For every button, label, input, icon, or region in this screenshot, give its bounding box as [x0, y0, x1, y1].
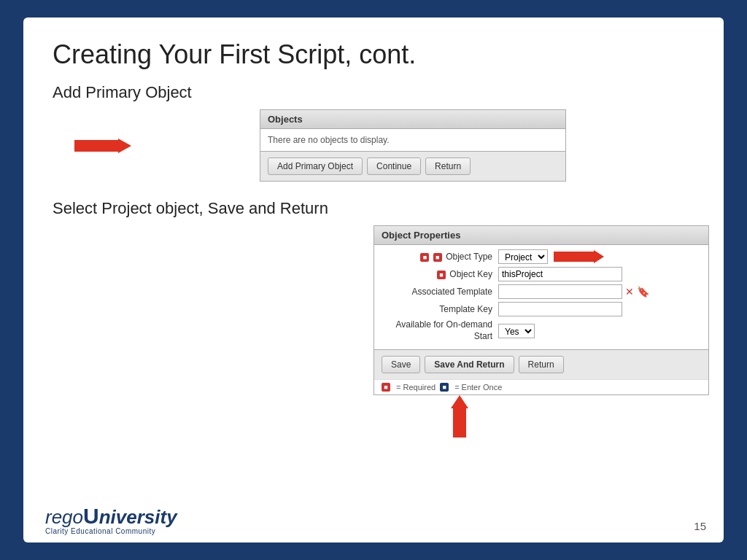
arrow-up-wrapper — [374, 395, 709, 438]
arrow-to-add-button — [74, 139, 137, 153]
add-primary-object-button[interactable]: Add Primary Object — [268, 158, 363, 175]
save-and-return-button[interactable]: Save And Return — [425, 356, 514, 373]
object-type-label: ■ ■ Object Type — [382, 252, 498, 262]
legend-required-text: = Required — [396, 383, 436, 392]
return-button-1[interactable]: Return — [425, 158, 471, 175]
obj-props-wrapper: Object Properties ■ ■ Object Type Projec… — [213, 225, 549, 438]
object-key-input[interactable] — [498, 267, 622, 281]
logo-niversity: niversity — [99, 506, 177, 528]
logo-rego: rego — [45, 506, 83, 528]
arrow-body-2 — [554, 252, 594, 262]
available-select[interactable]: Yes No — [498, 324, 535, 338]
template-key-value — [498, 302, 622, 316]
section2-label: Select Project object, Save and Return — [53, 199, 694, 218]
objects-panel-footer: Add Primary Object Continue Return — [260, 151, 565, 181]
obj-props-panel: Object Properties ■ ■ Object Type Projec… — [374, 225, 709, 395]
template-key-input[interactable] — [498, 302, 622, 316]
available-value: Yes No — [498, 324, 535, 338]
logo-subtitle: Clarity Educational Community — [45, 527, 155, 535]
objects-empty-text: There are no objects to display. — [268, 135, 390, 145]
slide-number: 15 — [694, 520, 706, 532]
object-type-value: Project — [498, 249, 610, 264]
assoc-template-row: Associated Template ✕ 🔖 — [382, 284, 701, 299]
section1: Add Primary Object Objects There are no … — [53, 83, 694, 182]
bookmark-icon[interactable]: 🔖 — [637, 286, 649, 298]
legend-required-icon: ■ — [382, 383, 390, 392]
legend-enter-once-text: = Enter Once — [454, 383, 502, 392]
arrow-head — [118, 139, 131, 153]
return-button-2[interactable]: Return — [519, 356, 564, 373]
assoc-template-value: ✕ 🔖 — [498, 284, 649, 299]
required-icon-3: ■ — [437, 271, 446, 279]
objects-panel-wrapper: Objects There are no objects to display.… — [74, 109, 694, 182]
obj-props-footer: Save Save And Return Return — [374, 349, 708, 379]
section2: Select Project object, Save and Return O… — [53, 199, 694, 438]
slide-title: Creating Your First Script, cont. — [53, 39, 694, 70]
red-arrow-to-dropdown — [554, 250, 604, 263]
logo-u: U — [83, 504, 99, 528]
object-type-select[interactable]: Project — [498, 249, 548, 264]
available-row: Available for On-demand Start Yes No — [382, 319, 701, 342]
assoc-template-input[interactable] — [498, 284, 622, 299]
red-arrow-up — [454, 395, 465, 438]
object-key-row: ■ Object Key — [382, 267, 701, 281]
object-key-label: ■ Object Key — [382, 269, 498, 279]
clear-icon[interactable]: ✕ — [625, 286, 634, 298]
obj-props-legend: ■ = Required ■ = Enter Once — [374, 379, 708, 394]
required-icon-1: ■ — [420, 253, 429, 262]
arrow-body — [74, 140, 118, 152]
objects-panel-body: There are no objects to display. — [260, 129, 565, 151]
template-key-label: Template Key — [382, 304, 498, 314]
arrow-up-head — [451, 395, 468, 408]
objects-panel-header: Objects — [260, 110, 565, 129]
slide: Creating Your First Script, cont. Add Pr… — [23, 18, 724, 542]
section1-label: Add Primary Object — [53, 83, 694, 102]
obj-props-body: ■ ■ Object Type Project — [374, 245, 708, 349]
assoc-template-label: Associated Template — [382, 287, 498, 297]
objects-panel: Objects There are no objects to display.… — [260, 109, 566, 182]
red-arrow-left — [74, 139, 131, 153]
arrow-head-2 — [594, 250, 604, 263]
object-key-value — [498, 267, 622, 281]
arrow-up-body — [453, 408, 466, 438]
available-label: Available for On-demand Start — [382, 319, 498, 342]
required-icon-2: ■ — [433, 253, 442, 262]
template-key-row: Template Key — [382, 302, 701, 316]
logo-text: regoUniversity — [45, 505, 177, 527]
object-type-row: ■ ■ Object Type Project — [382, 249, 701, 264]
logo-area: regoUniversity Clarity Educational Commu… — [45, 505, 177, 535]
save-button[interactable]: Save — [382, 356, 420, 373]
legend-enter-once-icon: ■ — [440, 383, 449, 392]
continue-button[interactable]: Continue — [367, 158, 421, 175]
obj-props-header: Object Properties — [374, 226, 708, 245]
